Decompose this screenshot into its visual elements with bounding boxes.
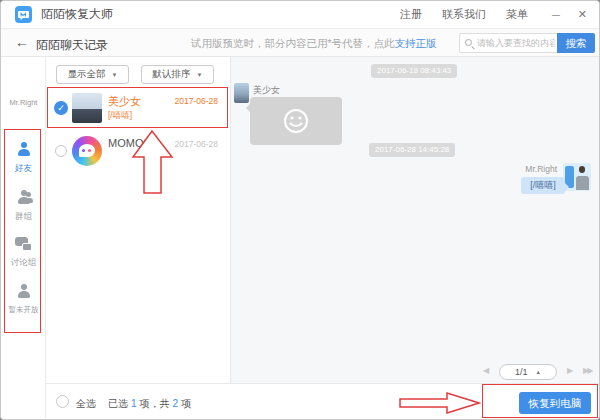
trial-notice-text: 试用版预览时，部分内容已用*号代替，点此: [191, 37, 395, 49]
app-title: 陌陌恢复大师: [41, 6, 113, 23]
search-input[interactable]: [477, 34, 555, 52]
selection-summary: 已选1项，共2项: [108, 397, 191, 411]
contact-name: MOMOt: [108, 137, 148, 149]
selected-prefix: 已选: [108, 398, 128, 409]
contact-name: 美少女: [108, 94, 141, 109]
profile-name: Mr.Right: [1, 98, 46, 107]
timestamp-badge: 2017-06-28 14:45:28: [369, 143, 455, 157]
smiley-emoji-icon: [281, 106, 311, 136]
search-button[interactable]: 搜索: [557, 33, 595, 53]
conversation-item[interactable]: MOMOt 2017-06-28: [48, 131, 226, 171]
support-genuine-link[interactable]: 支持正版: [395, 37, 437, 49]
conversation-list-panel: 显示全部 ▼ 默认排序 ▼ ✓ 美少女 2017-06-28 [/嘻嘻] MOM…: [46, 57, 231, 383]
incoming-message-bubble: [250, 97, 342, 145]
sidebar-item-not-open[interactable]: 暂未开放: [1, 283, 46, 315]
momo-app-logo-icon: [72, 136, 102, 166]
left-nav-sidebar: Mr.Right 好友 群组 讨论组 暂未开放: [1, 57, 46, 420]
count-middle: 项，共: [140, 398, 170, 409]
chevron-up-icon: ▲: [536, 369, 541, 375]
page-number: 1/1: [515, 367, 528, 377]
person-icon: [16, 283, 32, 299]
chevron-down-icon: ▼: [112, 72, 118, 78]
sidebar-item-label: 暂未开放: [1, 305, 46, 315]
person-icon: [16, 141, 32, 157]
menu-link[interactable]: 菜单: [506, 7, 528, 22]
last-page-icon[interactable]: ▶▶: [583, 366, 591, 375]
sidebar-item-label: 讨论组: [1, 257, 46, 269]
subheader: ← 陌陌聊天记录 试用版预览时，部分内容已用*号代替，点此支持正版 搜索: [1, 29, 600, 57]
page-indicator[interactable]: 1/1 ▲: [499, 364, 557, 380]
filter-dropdown-label: 显示全部: [68, 68, 106, 81]
sidebar-item-friends[interactable]: 好友: [1, 141, 46, 175]
prev-page-icon[interactable]: ◀: [483, 366, 489, 375]
total-count: 2: [173, 398, 179, 409]
minimize-icon[interactable]: ─: [552, 9, 560, 21]
contact-avatar: [72, 93, 102, 123]
count-suffix: 项: [181, 398, 191, 409]
checked-checkbox-icon[interactable]: ✓: [54, 101, 68, 115]
sidebar-item-groups[interactable]: 群组: [1, 189, 46, 223]
incoming-sender-name: 美少女: [253, 84, 280, 97]
conversation-date: 2017-06-28: [175, 96, 218, 106]
unchecked-checkbox-icon[interactable]: [55, 145, 67, 157]
people-icon: [16, 189, 32, 205]
register-link[interactable]: 注册: [400, 7, 422, 22]
sort-dropdown-label: 默认排序: [153, 68, 191, 81]
recover-to-computer-button[interactable]: 恢复到电脑: [519, 392, 591, 414]
conversation-date: 2017-06-28: [175, 139, 218, 149]
chevron-down-icon: ▼: [197, 72, 203, 78]
select-all-label[interactable]: 全选: [76, 397, 96, 411]
select-all-checkbox[interactable]: [56, 395, 69, 408]
message-preview: [/嘻嘻]: [108, 110, 132, 122]
sidebar-item-label: 群组: [1, 211, 46, 223]
timestamp-badge: 2017-06-18 08:43:43: [371, 64, 457, 78]
conversation-item-selected[interactable]: ✓ 美少女 2017-06-28 [/嘻嘻]: [48, 88, 226, 128]
sidebar-item-label: 好友: [1, 163, 46, 175]
incoming-avatar: [234, 83, 249, 103]
titlebar: 陌陌恢复大师 注册 联系我们 菜单 ─ ✕: [1, 1, 600, 29]
selected-count: 1: [131, 398, 137, 409]
filter-dropdown[interactable]: 显示全部 ▼: [56, 65, 129, 84]
chat-bubbles-icon: [15, 236, 32, 251]
close-icon[interactable]: ✕: [578, 8, 587, 21]
app-window: 陌陌恢复大师 注册 联系我们 菜单 ─ ✕ ← 陌陌聊天记录 试用版预览时，部分…: [0, 0, 600, 420]
next-page-icon[interactable]: ▶: [567, 366, 573, 375]
sort-dropdown[interactable]: 默认排序 ▼: [141, 65, 214, 84]
chat-history-panel: 2017-06-18 08:43:43 美少女 2017-06-28 14:45…: [231, 57, 600, 383]
pagination: ◀ 1/1 ▲ ▶ ▶▶: [231, 362, 600, 382]
back-icon[interactable]: ←: [15, 34, 29, 50]
sidebar-item-discussion[interactable]: 讨论组: [1, 236, 46, 269]
footer-bar: 全选 已选1项，共2项 恢复到电脑: [46, 383, 600, 420]
outgoing-message-bubble: [/嘻嘻]: [521, 177, 565, 194]
search-icon: [465, 39, 472, 46]
search-box: [459, 33, 557, 53]
trial-notice: 试用版预览时，部分内容已用*号代替，点此支持正版: [191, 37, 437, 51]
contact-us-link[interactable]: 联系我们: [442, 7, 486, 22]
page-title: 陌陌聊天记录: [36, 37, 108, 54]
app-logo-icon: [15, 6, 32, 23]
outgoing-sender-name: Mr.Right: [525, 164, 557, 174]
